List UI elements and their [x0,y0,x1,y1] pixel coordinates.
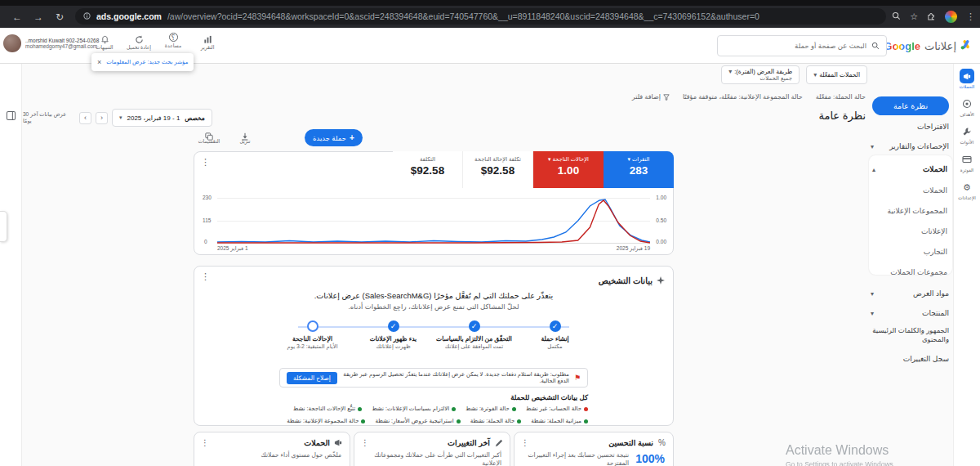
browser-profile-avatar[interactable] [945,11,957,23]
sidebar-section-campaigns[interactable]: الحملات ▴ [872,162,947,177]
rail-item-tools[interactable]: الأدوات [954,124,980,145]
header-search-box[interactable] [717,35,887,56]
feedback-tab-handle[interactable] [0,211,7,242]
status-campaign[interactable]: حالة الحملة: نشطة [470,418,522,424]
status-conversion-tracking[interactable]: تتبُّع الإحالات الناجحة: نشط [293,406,362,412]
browser-tab-strip [0,0,980,6]
tooltip-link[interactable]: مؤشر بحث جديد: عرض المعلومات [106,59,188,65]
google-ads-app: إعلانات Google التنبيهات [0,28,980,466]
account-info[interactable]: ..morshid Kuwait 902-254-0268 mohamedgom… [3,34,99,52]
sidebar-item-ads[interactable]: الإعلانات [872,224,947,239]
date-next-button[interactable]: › [96,112,108,124]
check-icon: ✓ [388,320,399,332]
sidebar-item-ad-groups[interactable]: المجموعات الإعلانية [872,204,947,218]
status-bid-strategy[interactable]: استراتيجية عروض الأسعار: نشطة [375,418,460,424]
new-campaign-button[interactable]: + حملة جديدة [305,129,363,146]
sidebar-label: المجموعات الإعلانية [887,207,947,215]
view-controls: الحملات المفعّلة ▾ طريقة العرض (الفترة):… [721,65,867,84]
show-last-30-days-link[interactable]: عرض بيانات آخر 30 يومًا [23,111,75,124]
metric-cost[interactable]: التكلفة $92.58 [393,151,463,188]
credit-card-icon [960,152,974,167]
date-prev-button[interactable]: ‹ [79,112,91,124]
kebab-menu-icon[interactable]: ⋮ [201,157,210,168]
sidebar-item-change-history[interactable]: سجل التغييرات [871,352,949,366]
status-text: استراتيجية عروض الأسعار: نشطة [375,418,453,424]
target-icon [960,96,974,111]
kebab-menu-icon[interactable]: ⋮ [361,438,369,447]
status-dot [452,407,456,411]
reload-button[interactable]: ↻ [49,11,70,23]
status-dot [517,419,521,423]
help-button[interactable]: ؟ مساعدة [160,33,186,50]
chart-actions: التقسيمات تنزيل [196,129,258,144]
chevron-down-icon: ▾ [813,71,817,78]
fix-payment-button[interactable]: إصلاح المشكلة [287,372,337,384]
step-create-campaign: ✓ إنشاء حملة مكتمل [514,320,595,363]
kebab-menu-icon[interactable]: ⋮ [201,438,209,447]
rail-item-billing[interactable]: الفوترة [954,152,980,173]
filter-campaign-status[interactable]: حالة الحملة: مفعّلة [816,93,866,101]
diagnostics-summary: يتعذّر على حملتك التي لم تُفعَّل مؤخرًا … [211,291,657,311]
kebab-menu-icon[interactable]: ⋮ [201,271,210,282]
segments-button[interactable]: التقسيمات [196,129,222,144]
all-diagnostics-link[interactable]: كل بيانات التشخيص للحملة [510,393,588,401]
line-chart[interactable] [217,198,650,244]
status-account[interactable]: حالة الحساب: غير نشط [526,406,588,412]
segments-icon [196,129,222,138]
kebab-menu-icon[interactable]: ⋮ [521,438,529,447]
browser-menu-icon[interactable]: ⋮ [966,12,975,21]
status-text: ميزانية الحملة: نشطة [531,418,581,424]
back-button[interactable]: ← [7,11,28,23]
card-title: نسبة التحسين [608,438,653,447]
side-panel-icon[interactable] [6,110,16,120]
status-billing[interactable]: حالة الفوترة: نشط [466,406,516,412]
search-input[interactable] [724,42,866,50]
extensions-icon[interactable] [927,11,936,22]
y-axis-right-tick: 1.00 [656,195,666,200]
download-icon [232,129,258,138]
view-mode-dropdown[interactable]: طريقة العرض (الفترة): ▾ جميع الحملات [721,65,800,84]
sidebar-item-assets[interactable]: مواد العرض ▾ [871,286,949,301]
sidebar-item-products[interactable]: المنتجات ▾ [871,306,949,320]
status-ad-group[interactable]: حالة المجموعة الإعلانية: نشطة [287,418,365,424]
enabled-campaigns-chip[interactable]: الحملات المفعّلة ▾ [806,65,867,84]
close-icon[interactable]: × [97,58,101,66]
metric-conversions[interactable]: الإحالات الناجحة▾ 1.00 [533,151,604,188]
step-title: التحقّق من الالتزام بالسياسات [434,335,514,343]
rail-item-goals[interactable]: الأهداف [954,96,980,117]
account-avatar[interactable] [3,34,21,52]
status-text: الالتزام بسياسات الإعلانات: نشط [372,406,449,412]
zoom-search-icon[interactable] [892,11,901,22]
y-axis-right-tick: 0.00 [656,239,666,244]
sidebar-item-overview[interactable]: نظرة عامة [872,96,949,115]
sidebar-item-experiments[interactable]: التجارب [872,244,947,259]
date-range-picker[interactable]: مخصص 1 - 19 فبراير، 2025 ▾ [112,109,212,127]
sidebar-item-campaign-groups[interactable]: مجموعات الحملات [872,265,947,280]
site-info-icon[interactable] [83,12,91,21]
bookmark-star-icon[interactable]: ☆ [910,12,918,21]
metric-clicks[interactable]: النقرات▾ 283 [604,151,674,188]
campaign-stepper: ✓ إنشاء حملة مكتمل ✓ التحقّق من الالتزام… [272,320,595,363]
status-policy[interactable]: الالتزام بسياسات الإعلانات: نشط [372,406,456,412]
diagnostics-status-row: حالة الحساب: غير نشط حالة الفوترة: نشط ا… [227,406,588,412]
sidebar-item-campaigns[interactable]: الحملات [872,183,947,198]
status-dot [584,419,588,423]
reports-button[interactable]: التقرير [194,33,220,50]
status-budget[interactable]: ميزانية الحملة: نشطة [531,418,588,424]
add-filter-button[interactable]: إضافة فلتر [632,93,670,101]
filter-adgroup-status[interactable]: حالة المجموعة الإعلانية: مفعّلة، متوقفة … [683,93,803,101]
url-bar[interactable]: ads.google.com/aw/overview?ocid=24839464… [75,8,886,25]
rail-item-campaigns[interactable]: الحملات [954,69,980,89]
forward-button[interactable]: → [28,11,49,23]
sidebar-item-audiences[interactable]: الجمهور والكلمات الرئيسية والمحتوى [871,324,949,345]
refresh-button[interactable]: إعادة تحميل [126,33,152,50]
sidebar-item-suggestions[interactable]: الاقتراحات [871,119,949,134]
rail-label: الأهداف [954,112,980,117]
metric-cost-per-conversion[interactable]: تكلفة الإحالة الناجحة $92.58 [463,151,533,188]
y-axis-left-tick: 230 [203,195,212,200]
rail-item-admin[interactable]: ⚙ الإعدادات [954,180,980,200]
x-axis-start-label: 1 فبراير 2025 [217,245,248,252]
download-button[interactable]: تنزيل [232,129,258,144]
sidebar-item-insights[interactable]: الإحصاءات والتقارير ▾ [871,139,949,154]
metric-selectors: النقرات▾ 283 الإحالات الناجحة▾ 1.00 تكلف… [393,151,674,188]
